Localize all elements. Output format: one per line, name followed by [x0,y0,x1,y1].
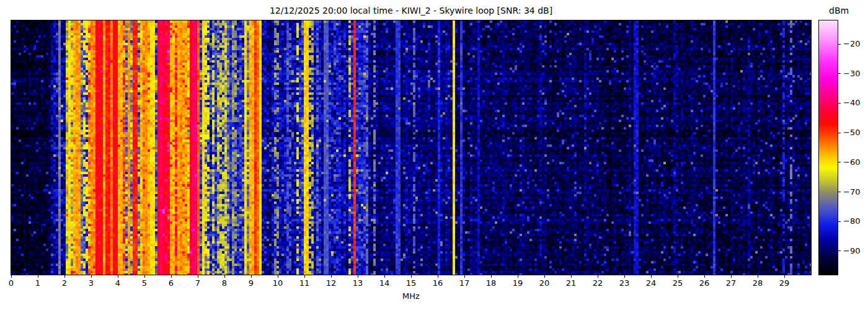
x-tick-mark [171,275,172,278]
x-tick-mark [198,275,198,278]
colorbar-tick-label: −30 [843,69,860,79]
colorbar-tick-mark [838,73,841,74]
x-tick-mark [624,275,625,278]
colorbar-tick-mark [838,103,841,104]
x-tick-label: 21 [566,279,577,288]
x-tick-mark [144,275,145,278]
colorbar-tick-label: −80 [843,216,860,226]
x-tick-label: 25 [673,279,683,288]
x-tick-mark [304,275,305,278]
x-tick-label: 18 [486,279,497,288]
colorbar-tick-label: −20 [843,39,860,49]
x-tick-mark [411,275,412,278]
x-tick-mark [278,275,278,278]
x-tick-label: 4 [115,279,120,288]
x-tick-label: 26 [699,279,710,288]
x-tick-label: 8 [222,279,227,288]
x-tick-mark [91,275,92,278]
x-tick-mark [758,275,758,278]
x-axis-label: MHz [402,291,420,301]
x-tick-mark [651,275,652,278]
x-tick-label: 5 [142,279,147,288]
x-tick-mark [384,275,385,278]
x-tick-mark [38,275,38,278]
x-tick-label: 9 [249,279,254,288]
x-tick-label: 19 [513,279,523,288]
colorbar-tick-label: −50 [843,128,860,138]
x-tick-label: 7 [195,279,200,288]
x-tick-label: 3 [89,279,94,288]
x-tick-label: 11 [299,279,310,288]
spectrogram-figure: 12/12/2025 20:00 local time - KIWI_2 - S… [0,0,868,310]
colorbar-tick-label: −70 [843,187,860,197]
colorbar-tick-mark [838,133,841,133]
x-tick-label: 6 [169,279,174,288]
x-tick-label: 23 [619,279,630,288]
x-tick-mark [118,275,118,278]
x-tick-label: 1 [35,279,40,288]
x-tick-mark [438,275,438,278]
x-tick-mark [331,275,332,278]
x-tick-label: 16 [433,279,443,288]
colorbar-tick-label: −60 [843,157,860,167]
x-tick-label: 10 [273,279,283,288]
x-tick-label: 22 [593,279,603,288]
x-tick-label: 2 [62,279,67,288]
x-tick-label: 24 [646,279,657,288]
x-tick-label: 29 [779,279,790,288]
colorbar-tick-label: −90 [843,246,860,256]
x-tick-label: 20 [539,279,550,288]
colorbar-tick-mark [838,162,841,162]
colorbar [818,20,838,275]
x-tick-mark [11,275,12,278]
x-tick-label: 0 [9,279,14,288]
x-tick-label: 12 [326,279,337,288]
colorbar-tick-label: −40 [843,98,860,108]
x-tick-mark [358,275,358,278]
colorbar-tick-mark [838,44,841,45]
x-tick-mark [731,275,732,278]
x-tick-mark [598,275,598,278]
colorbar-tick-mark [838,192,841,192]
x-tick-label: 13 [353,279,363,288]
x-tick-mark [678,275,678,278]
x-tick-label: 15 [406,279,417,288]
x-tick-mark [251,275,252,278]
x-tick-mark [464,275,465,278]
x-tick-mark [704,275,705,278]
x-tick-label: 14 [379,279,390,288]
x-tick-label: 27 [726,279,737,288]
x-tick-mark [571,275,572,278]
waterfall-canvas [11,20,811,275]
colorbar-tick-mark [838,250,841,251]
x-tick-mark [544,275,545,278]
colorbar-tick-mark [838,221,841,222]
colorbar-unit-label: dBm [829,6,849,16]
x-tick-label: 28 [753,279,763,288]
x-tick-mark [518,275,518,278]
x-tick-mark [224,275,225,278]
x-tick-mark [64,275,65,278]
x-tick-mark [784,275,785,278]
waterfall-plot [11,20,812,275]
x-tick-mark [491,275,492,278]
x-tick-label: 17 [459,279,470,288]
chart-title: 12/12/2025 20:00 local time - KIWI_2 - S… [270,6,552,16]
